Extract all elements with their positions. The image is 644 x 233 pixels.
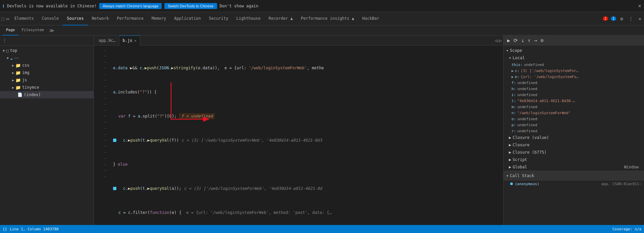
more-icon[interactable]: ⋮ — [627, 16, 635, 21]
step-icon[interactable]: → — [533, 37, 538, 44]
call-stack-row-anonymous[interactable]: (anonymous) app. CSDN:81an911› — [503, 180, 644, 187]
global-label: Global — [513, 165, 527, 169]
folder-icon-css: 📁 — [15, 63, 21, 68]
scope-f: f: undefined — [503, 80, 644, 86]
tab-network[interactable]: Network — [88, 12, 113, 25]
resume-icon[interactable]: ▶ — [506, 37, 511, 44]
status-bar: {} Line 1, Column 1403780 Coverage: n/a — [0, 225, 644, 233]
close-icon[interactable]: × — [638, 3, 641, 9]
inspect-icon[interactable]: ⬚ — [1, 16, 4, 21]
global-chevron: ▶ — [509, 165, 511, 169]
tab-nav-next-icon[interactable]: ▷ — [499, 38, 502, 43]
editor-tab-nav: ◁ ▷ — [495, 38, 502, 43]
scope-r: r: undefined — [503, 128, 644, 134]
match-language-button[interactable]: Always match Chrome's language — [99, 3, 162, 9]
switch-chinese-button[interactable]: Switch DevTools to Chinese — [164, 3, 217, 9]
tree-item-tinymce[interactable]: ▶ 📁 tinymce — [0, 84, 94, 91]
breakpoint-indicator-2 — [113, 187, 116, 190]
tab-lighthouse[interactable]: Lighthouse — [232, 12, 265, 25]
scope-h: h: undefined — [503, 86, 644, 92]
json-format-icon[interactable]: {} — [3, 227, 7, 231]
tab-elements[interactable]: Elements — [10, 12, 38, 25]
more-tabs-icon[interactable]: ≫ — [47, 28, 56, 33]
right-content: ▾ Scope ▾ Local this: undefined ▶ c: (3)… — [503, 46, 644, 225]
tab-performance-insights[interactable]: Performance insights ▲ — [297, 12, 358, 25]
chevron-icon-css: ▶ — [12, 64, 14, 67]
line-numbers: - - - - - - - - - - - - - - - - - - - - — [94, 46, 109, 225]
scope-c[interactable]: ▶ c: (3) ['/web/loginSystemFor… — [503, 68, 644, 74]
editor-tab-close-icon[interactable]: ✕ — [134, 39, 136, 43]
tab-right: 2 1 ⚙ ⋮ ✕ — [603, 16, 643, 21]
settings-icon[interactable]: ⚙ — [619, 16, 624, 21]
tree-label-cloud: —— — [14, 56, 19, 60]
tree-item-index[interactable]: 📄 (index) — [0, 91, 94, 98]
step-over-icon[interactable]: ⟳ — [513, 37, 519, 44]
tree-item-cloud[interactable]: ▼ ☁ —— — [0, 54, 94, 62]
right-toolbar: ▶ ⟳ ↓ ↑ → ⊘ — [503, 35, 644, 46]
right-panel: ▶ ⟳ ↓ ↑ → ⊘ ▾ Scope ▾ Local this: — [503, 35, 644, 225]
step-into-icon[interactable]: ↓ — [520, 37, 525, 44]
tab-filesystem[interactable]: Filesystem — [18, 25, 47, 35]
chevron-icon-img: ▶ — [12, 71, 14, 75]
breakpoint-indicator-1 — [113, 139, 116, 142]
tree-label-tinymce: tinymce — [22, 85, 39, 90]
call-stack-label: Call Stack — [510, 173, 534, 178]
tree-item-js[interactable]: ▶ 📁 js — [0, 76, 94, 84]
chevron-icon: ▼ — [3, 49, 5, 53]
chevron-icon-cloud: ▼ — [7, 56, 9, 60]
folder-icon-js: 📁 — [15, 78, 21, 83]
tab-performance[interactable]: Performance — [113, 12, 147, 25]
tab-console[interactable]: Console — [38, 12, 63, 25]
tab-hackbar[interactable]: HackBar — [358, 12, 383, 25]
script-chevron: ▶ — [509, 157, 511, 162]
tab-recorder[interactable]: Recorder ▲ — [265, 12, 297, 25]
code-editor[interactable]: e.data ▶&& c.▶push(JSON.▶stringify(e.dat… — [109, 46, 503, 225]
tab-memory[interactable]: Memory — [148, 12, 170, 25]
editor-tab-app-label: app.9c… — [99, 38, 116, 43]
tab-nav-prev-icon[interactable]: ◁ — [495, 38, 497, 43]
tree-item-css[interactable]: ▶ 📁 css — [0, 62, 94, 69]
closure-b775-header[interactable]: ▶ Closure (b775) — [503, 149, 644, 156]
closure-value-header[interactable]: ▶ Closure (value) — [503, 134, 644, 141]
script-header[interactable]: ▶ Script — [503, 156, 644, 163]
step-out-icon[interactable]: ↑ — [527, 37, 532, 44]
scope-header[interactable]: ▾ Scope — [503, 47, 644, 54]
sidebar-menu-icon[interactable]: ⋮ — [3, 38, 7, 43]
folder-icon-tinymce: 📁 — [15, 85, 21, 90]
local-header[interactable]: ▾ Local — [503, 54, 644, 62]
tab-sources[interactable]: Sources — [63, 12, 88, 25]
scope-label: Scope — [510, 48, 522, 53]
sidebar: ⋮ ▼ □ top ▼ ☁ —— ▶ 📁 css ▶ — [0, 35, 94, 225]
info-bar: ℹ DevTools is now available in Chinese! … — [0, 0, 644, 12]
tab-security[interactable]: Security — [205, 12, 232, 25]
call-stack-header[interactable]: ▾ Call Stack — [503, 171, 644, 180]
editor-tab-bjs-label: b.js — [123, 38, 132, 43]
scope-section: ▾ Scope ▾ Local this: undefined ▶ c: (3)… — [503, 47, 644, 171]
closure-header[interactable]: ▶ Closure — [503, 141, 644, 149]
scope-p: p: undefined — [503, 122, 644, 128]
devtools-close-icon[interactable]: ✕ — [637, 16, 643, 21]
sidebar-header: ⋮ — [0, 35, 94, 46]
status-coverage: Coverage: n/a — [612, 227, 641, 231]
scope-n: n: "/web/loginSystemForWeb" — [503, 110, 644, 116]
tree-item-img[interactable]: ▶ 📁 img — [0, 69, 94, 76]
editor-tab-bjs[interactable]: b.js ✕ — [119, 35, 140, 46]
closure-b775-chevron: ▶ — [509, 150, 511, 155]
global-header[interactable]: ▶ Global Window — [503, 163, 644, 171]
tab-application[interactable]: Application — [170, 12, 205, 25]
editor-tab-app[interactable]: app.9c… — [95, 35, 119, 46]
main-area: ⋮ ▼ □ top ▼ ☁ —— ▶ 📁 css ▶ — [0, 35, 644, 225]
closure-value-chevron: ▶ — [509, 135, 511, 140]
code-container[interactable]: - - - - - - - - - - - - - - - - - - - - — [94, 46, 503, 225]
tree-label-index: (index) — [24, 92, 41, 97]
scope-e[interactable]: ▶ e: {url: '/web/loginSystemFo… — [503, 74, 644, 80]
tree-item-top[interactable]: ▼ □ top — [0, 47, 94, 54]
chevron-icon-tinymce: ▶ — [12, 86, 14, 89]
tab-page[interactable]: Page — [3, 25, 18, 35]
device-icon[interactable]: ▭ — [6, 16, 9, 21]
deactivate-bp-icon[interactable]: ⊘ — [539, 37, 544, 44]
scope-o: o: undefined — [503, 116, 644, 122]
cloud-icon: ☁ — [10, 56, 13, 61]
scope-chevron-icon: ▾ — [506, 48, 508, 53]
dont-show-link[interactable]: Don't show again — [220, 4, 259, 8]
